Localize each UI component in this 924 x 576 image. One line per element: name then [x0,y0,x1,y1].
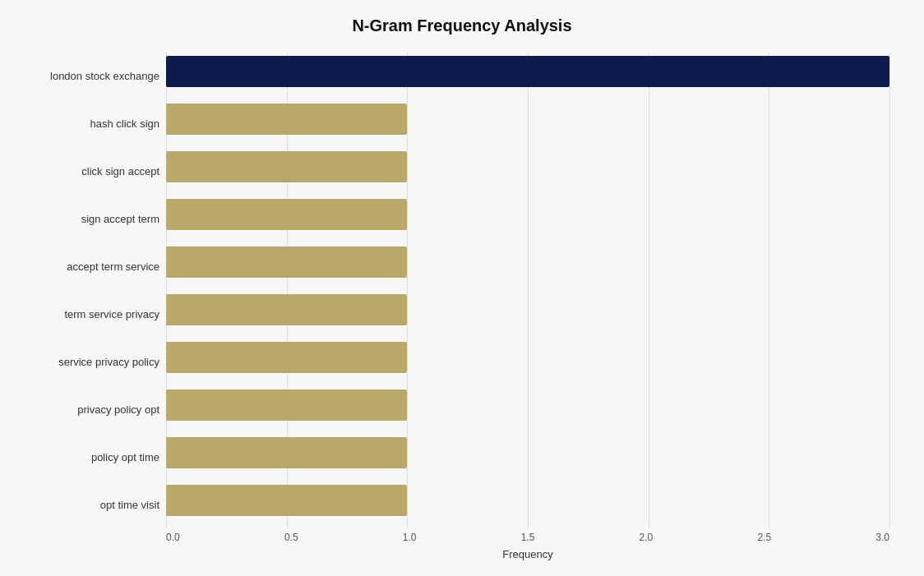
y-axis-label: term service privacy [64,290,159,338]
bar-row [166,433,889,472]
bar [166,485,407,516]
bar-row [166,481,889,520]
bar [166,437,407,468]
y-axis-label: policy opt time [91,433,159,481]
x-axis-label: Frequency [166,548,889,560]
bar [166,389,407,421]
x-tick-label: 0.0 [166,532,180,543]
chart-container: N-Gram Frequency Analysis london stock e… [10,0,914,576]
y-axis-label: accept term service [67,242,159,290]
x-tick-label: 1.0 [403,532,417,543]
x-tick-label: 0.5 [284,532,298,543]
y-axis-label: service privacy policy [58,338,159,385]
y-axis-label: privacy policy opt [77,385,159,433]
x-ticks: 0.00.51.01.52.02.53.0 [166,528,889,543]
bar [166,247,407,278]
grid-line [889,52,890,528]
y-axis-label: hash click sign [90,99,159,147]
x-tick-label: 2.5 [757,532,771,543]
bar [166,151,407,182]
chart-area: london stock exchangehash click signclic… [35,52,889,560]
y-axis-label: sign accept term [81,195,159,242]
bar-row [166,242,889,282]
chart-title: N-Gram Frequency Analysis [35,16,889,35]
y-axis-labels: london stock exchangehash click signclic… [35,52,166,528]
bar-row [166,385,889,425]
bar-row [166,99,889,139]
bars-and-grid [166,52,889,528]
y-axis-label: london stock exchange [50,52,159,99]
bar [166,199,407,230]
x-axis-section: 0.00.51.01.52.02.53.0 Frequency [166,528,889,560]
y-axis-label: opt time visit [100,481,159,528]
y-axis-label: click sign accept [81,147,159,195]
bar-row [166,147,889,187]
bar-row [166,195,889,234]
bar-row [166,290,889,329]
x-tick-label: 1.5 [521,532,535,543]
x-tick-label: 3.0 [875,532,889,543]
bars-section: london stock exchangehash click signclic… [35,52,889,528]
bar-row [166,52,889,91]
bar [166,56,889,87]
bar [166,104,407,135]
bar [166,342,407,373]
bar [166,294,407,325]
bar-row [166,338,889,377]
x-tick-label: 2.0 [640,532,654,543]
